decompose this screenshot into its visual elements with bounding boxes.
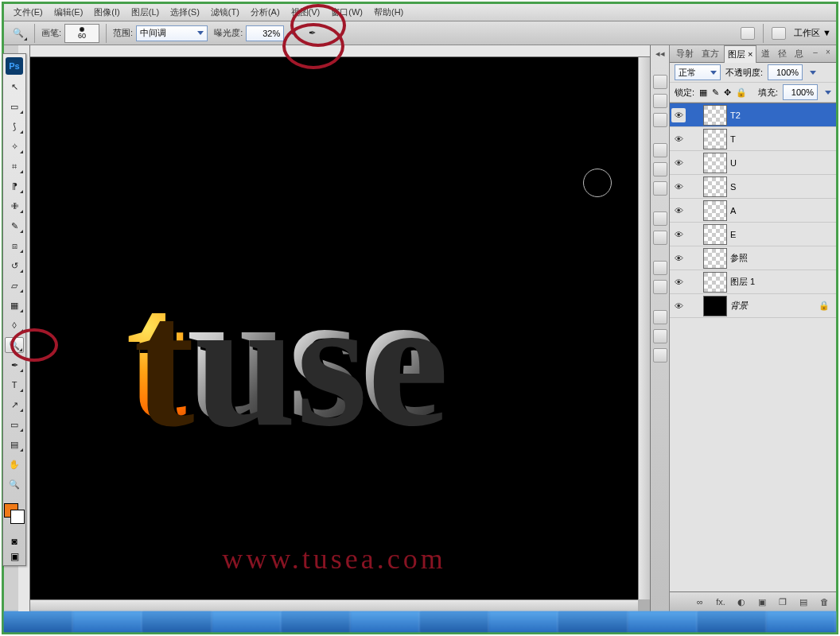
menu-layer[interactable]: 图层(L)	[126, 5, 164, 20]
new-layer-icon[interactable]: ▤	[796, 595, 811, 608]
layer-name-label[interactable]: E	[730, 230, 736, 239]
navigator-panel-icon[interactable]	[653, 75, 667, 89]
brushes-panel-icon[interactable]	[653, 310, 667, 324]
visibility-toggle-icon[interactable]: 👁	[671, 251, 686, 266]
doc-arrange-icon[interactable]	[741, 27, 755, 40]
layer-group-icon[interactable]: ❐	[776, 595, 790, 608]
opacity-value[interactable]: 100%	[768, 64, 803, 80]
opacity-flyout-icon[interactable]	[810, 71, 816, 75]
layer-thumbnail[interactable]	[703, 129, 727, 149]
layer-thumbnail[interactable]	[703, 200, 727, 221]
menu-view[interactable]: 视图(V)	[286, 5, 325, 20]
workspace-menu[interactable]: 工作区 ▼	[794, 27, 831, 39]
document-canvas[interactable]: t u s e www.tusea.com	[30, 57, 638, 599]
tab-channels[interactable]: 道	[758, 45, 773, 62]
layer-thumbnail[interactable]	[703, 272, 727, 293]
layer-thumbnail[interactable]	[703, 296, 727, 316]
visibility-toggle-icon[interactable]: 👁	[671, 108, 686, 122]
tab-layers[interactable]: 图层 ×	[724, 45, 756, 63]
fill-flyout-icon[interactable]	[825, 91, 831, 95]
notes-tool[interactable]: ▤	[5, 436, 24, 452]
layer-name-label[interactable]: S	[730, 182, 736, 192]
menu-analysis[interactable]: 分析(A)	[246, 5, 285, 20]
lock-position-icon[interactable]: ✥	[724, 87, 731, 98]
lock-all-icon[interactable]: 🔒	[736, 87, 747, 98]
panel-close-icon[interactable]: ×	[823, 48, 833, 56]
shape-tool[interactable]: ▭	[5, 417, 24, 432]
visibility-toggle-icon[interactable]: 👁	[671, 156, 686, 170]
layer-row[interactable]: 👁T	[670, 127, 836, 151]
info-panel-icon[interactable]	[653, 113, 667, 127]
layer-name-label[interactable]: 图层 1	[730, 276, 755, 288]
tab-paths[interactable]: 径	[775, 45, 790, 62]
tab-info[interactable]: 息	[791, 45, 807, 62]
visibility-toggle-icon[interactable]: 👁	[671, 275, 686, 289]
eyedropper-tool[interactable]: ⁋	[5, 178, 24, 194]
layer-row[interactable]: 👁图层 1	[670, 270, 836, 294]
actions-panel-icon[interactable]	[653, 261, 667, 275]
layer-name-label[interactable]: T2	[730, 111, 741, 120]
lasso-tool[interactable]: ⟆	[5, 118, 24, 134]
dodge-tool[interactable]: 🔍	[5, 337, 24, 353]
layer-row[interactable]: 👁U	[670, 151, 836, 175]
visibility-toggle-icon[interactable]: 👁	[671, 132, 686, 146]
adjustment-layer-icon[interactable]: ▣	[755, 595, 769, 608]
layer-name-label[interactable]: 参照	[730, 252, 748, 264]
screenmode-toggle[interactable]: ▣	[9, 551, 20, 562]
tab-histogram[interactable]: 直方	[698, 45, 722, 62]
color-swatches[interactable]	[7, 503, 21, 532]
path-select-tool[interactable]: ↗	[5, 397, 24, 413]
layer-row[interactable]: 👁S	[670, 175, 836, 199]
move-tool[interactable]: ↖	[5, 79, 24, 95]
type-tool[interactable]: T	[5, 377, 24, 393]
tab-navigator[interactable]: 导射	[673, 45, 697, 62]
eraser-tool[interactable]: ▱	[5, 277, 24, 293]
marquee-tool[interactable]: ▭	[5, 99, 24, 114]
layer-row[interactable]: 👁E	[670, 223, 836, 246]
layer-row[interactable]: 👁背景🔒	[670, 294, 836, 318]
layer-thumbnail[interactable]	[703, 153, 727, 173]
fill-value[interactable]: 100%	[783, 84, 818, 100]
brush-preset-picker[interactable]: 60	[64, 24, 99, 43]
layer-row[interactable]: 👁参照	[670, 246, 836, 270]
hand-tool[interactable]: ✋	[5, 456, 24, 472]
blend-mode-combo[interactable]: 正常	[675, 64, 721, 80]
layer-thumbnail[interactable]	[703, 176, 727, 197]
layer-name-label[interactable]: U	[730, 158, 737, 168]
stamp-tool[interactable]: ⧇	[5, 238, 24, 254]
screen-mode-icon[interactable]	[772, 27, 786, 40]
crop-tool[interactable]: ⌗	[5, 158, 24, 174]
character-panel-icon[interactable]	[653, 211, 667, 226]
visibility-toggle-icon[interactable]: 👁	[671, 299, 686, 313]
layer-thumbnail[interactable]	[703, 224, 727, 245]
swatches-panel-icon[interactable]	[653, 162, 667, 176]
layer-name-label[interactable]: 背景	[730, 300, 748, 312]
menu-edit[interactable]: 编辑(E)	[49, 5, 88, 20]
lock-pixels-icon[interactable]: ✎	[712, 87, 719, 98]
menu-filter[interactable]: 滤镜(T)	[206, 5, 244, 20]
visibility-toggle-icon[interactable]: 👁	[671, 227, 686, 242]
history-brush-tool[interactable]: ↺	[5, 258, 24, 273]
scrollbar-horizontal[interactable]	[30, 599, 638, 611]
quickmask-toggle[interactable]: ◙	[9, 536, 20, 547]
menu-file[interactable]: 文件(E)	[9, 5, 48, 20]
layer-fx-icon[interactable]: fx.	[714, 595, 728, 608]
tool-presets-panel-icon[interactable]	[653, 348, 667, 363]
menu-image[interactable]: 图像(I)	[89, 5, 124, 20]
blur-tool[interactable]: ◊	[5, 317, 24, 333]
paragraph-panel-icon[interactable]	[653, 231, 667, 245]
dock-collapse-icon[interactable]: ◂◂	[655, 48, 665, 59]
panel-minimize-icon[interactable]: –	[811, 48, 820, 56]
gradient-tool[interactable]: ▦	[5, 297, 24, 313]
layer-name-label[interactable]: A	[730, 206, 736, 215]
layer-mask-icon[interactable]: ◐	[734, 595, 749, 608]
menu-help[interactable]: 帮助(H)	[369, 5, 408, 20]
color-panel-icon[interactable]	[653, 143, 667, 157]
link-layers-icon[interactable]: ∞	[693, 595, 707, 608]
ruler-horizontal[interactable]	[30, 45, 650, 57]
range-combo[interactable]: 中间调	[136, 25, 208, 41]
layer-name-label[interactable]: T	[730, 134, 736, 144]
lock-transparent-icon[interactable]: ▦	[699, 87, 707, 98]
visibility-toggle-icon[interactable]: 👁	[671, 180, 686, 194]
menu-window[interactable]: 窗口(W)	[326, 5, 368, 20]
